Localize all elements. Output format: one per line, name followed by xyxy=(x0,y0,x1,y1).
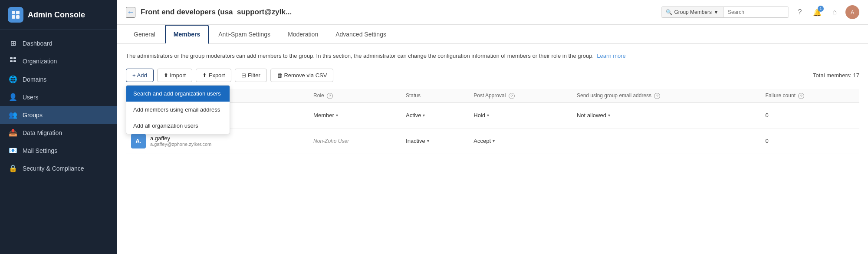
sidebar-item-users-label: Users xyxy=(23,94,39,101)
col-post-approval: Post Approval ? xyxy=(468,89,572,103)
search-dropdown-label: Group Members xyxy=(674,9,712,15)
organization-icon xyxy=(9,57,17,66)
groups-icon: 👥 xyxy=(9,111,17,119)
failure-count-cell-2: 0 xyxy=(760,128,859,154)
tab-anti-spam[interactable]: Anti-Spam Settings xyxy=(210,26,278,44)
dropdown-item-add-email[interactable]: Add members using email address xyxy=(126,102,230,118)
import-button[interactable]: ⬆ Import xyxy=(157,69,192,82)
sidebar-item-users[interactable]: 👤 Users xyxy=(0,88,117,106)
sidebar-item-dashboard[interactable]: ⊞ Dashboard xyxy=(0,34,117,52)
member-info-2: A. a.gaffey a.gaffey@zphone.zylker.com xyxy=(131,134,303,148)
failure-count-help-icon[interactable]: ? xyxy=(798,93,804,99)
post-approval-help-icon[interactable]: ? xyxy=(509,93,515,99)
member-name-2: a.gaffey xyxy=(150,135,211,142)
sidebar-item-data-migration[interactable]: 📥 Data Migration xyxy=(0,124,117,142)
member-email-2: a.gaffey@zphone.zylker.com xyxy=(150,142,211,147)
svg-rect-5 xyxy=(13,57,16,59)
failure-count-cell-1: 0 xyxy=(760,102,859,128)
export-button[interactable]: ⬆ Export xyxy=(196,69,231,82)
domains-icon: 🌐 xyxy=(9,75,17,83)
status-cell-1: Active ▾ xyxy=(401,102,468,128)
filter-button[interactable]: ⊟ Filter xyxy=(235,69,267,82)
send-email-cell-2 xyxy=(572,128,760,154)
back-button[interactable]: ← xyxy=(126,7,135,18)
header-actions: 🔍 Group Members ▼ ? 🔔 1 ⌂ A xyxy=(661,5,859,19)
role-help-icon[interactable]: ? xyxy=(327,93,333,99)
description-text: The administrators or the group moderato… xyxy=(126,52,859,61)
sidebar-item-security-compliance-label: Security & Compliance xyxy=(23,165,84,172)
toolbar: + Add ⬆ Import ⬆ Export ⊟ Filter 🗑 Remov… xyxy=(126,69,859,82)
role-dropdown-1[interactable]: Member ▾ xyxy=(313,112,338,119)
sidebar-item-mail-settings[interactable]: 📧 Mail Settings xyxy=(0,142,117,159)
search-group-members-dropdown[interactable]: 🔍 Group Members ▼ xyxy=(661,7,723,17)
security-compliance-icon: 🔒 xyxy=(9,164,17,172)
top-header: ← Front end developers (usa_support@zylk… xyxy=(117,0,868,25)
col-send-group-email: Send using group email address ? xyxy=(572,89,760,103)
status-chevron-1: ▾ xyxy=(423,113,425,118)
help-button[interactable]: ? xyxy=(793,6,806,19)
post-approval-dropdown-2[interactable]: Accept ▾ xyxy=(473,138,495,144)
page-title: Front end developers (usa_support@zylk..… xyxy=(141,8,656,16)
sidebar-header: Admin Console xyxy=(0,0,117,30)
member-details-2: a.gaffey a.gaffey@zphone.zylker.com xyxy=(150,135,211,147)
send-group-email-help-icon[interactable]: ? xyxy=(654,93,660,99)
status-dropdown-1[interactable]: Active ▾ xyxy=(406,112,425,119)
tab-moderation[interactable]: Moderation xyxy=(280,26,326,44)
chevron-down-icon: ▼ xyxy=(713,9,719,15)
post-approval-cell-2: Accept ▾ xyxy=(468,128,572,154)
svg-rect-0 xyxy=(12,11,15,14)
remove-via-csv-button[interactable]: 🗑 Remove via CSV xyxy=(270,69,334,82)
member-avatar-2: A. xyxy=(131,134,146,148)
sidebar-nav: ⊞ Dashboard Organization 🌐 Domains 👤 Use… xyxy=(0,30,117,254)
post-approval-dropdown-1[interactable]: Hold ▾ xyxy=(473,112,489,119)
status-cell-2: Inactive ▾ xyxy=(401,128,468,154)
dropdown-item-search-org[interactable]: Search and add organization users xyxy=(126,86,230,102)
total-members: Total members: 17 xyxy=(813,72,859,79)
sidebar: Admin Console ⊞ Dashboard Organization 🌐… xyxy=(0,0,117,254)
tab-general[interactable]: General xyxy=(126,26,163,44)
search-group: 🔍 Group Members ▼ xyxy=(661,7,789,18)
status-dropdown-2[interactable]: Inactive ▾ xyxy=(406,138,429,144)
notification-badge: 1 xyxy=(818,6,824,12)
sidebar-item-domains[interactable]: 🌐 Domains xyxy=(0,70,117,88)
send-email-dropdown-1[interactable]: Not allowed ▾ xyxy=(577,112,610,119)
table-header: Name Role ? Status Post Approval ? Send xyxy=(126,89,859,103)
sidebar-item-data-migration-label: Data Migration xyxy=(23,129,62,136)
status-chevron-2: ▾ xyxy=(427,139,429,143)
sidebar-item-security-compliance[interactable]: 🔒 Security & Compliance xyxy=(0,159,117,177)
post-approval-cell-1: Hold ▾ xyxy=(468,102,572,128)
search-input[interactable] xyxy=(723,7,789,17)
svg-rect-4 xyxy=(10,57,13,59)
sidebar-item-groups[interactable]: 👥 Groups xyxy=(0,106,117,124)
home-button[interactable]: ⌂ xyxy=(828,6,841,19)
sidebar-item-groups-label: Groups xyxy=(23,112,43,119)
dropdown-item-add-all-org[interactable]: Add all organization users xyxy=(126,118,230,134)
post-approval-chevron-1: ▾ xyxy=(487,113,489,118)
tab-advanced-settings[interactable]: Advanced Settings xyxy=(328,26,394,44)
sidebar-item-organization[interactable]: Organization xyxy=(0,52,117,70)
send-email-cell-1: Not allowed ▾ xyxy=(572,102,760,128)
svg-rect-1 xyxy=(16,11,20,14)
sidebar-item-mail-settings-label: Mail Settings xyxy=(23,147,57,154)
tab-members[interactable]: Members xyxy=(165,25,209,44)
sidebar-title: Admin Console xyxy=(28,10,85,20)
role-cell-2: Non-Zoho User xyxy=(308,128,401,154)
svg-rect-6 xyxy=(10,60,13,62)
sidebar-item-dashboard-label: Dashboard xyxy=(23,40,53,47)
tabs-bar: General Members Anti-Spam Settings Moder… xyxy=(117,25,868,44)
sidebar-logo-icon xyxy=(8,7,23,23)
table-row: A. a.gaffey a.gaffey@zphone.zylker.com N… xyxy=(126,128,859,154)
data-migration-icon: 📥 xyxy=(9,129,17,137)
non-zoho-label: Non-Zoho User xyxy=(313,138,349,144)
mail-settings-icon: 📧 xyxy=(9,146,17,155)
add-button[interactable]: + Add xyxy=(126,69,154,82)
add-dropdown-menu: Search and add organization users Add me… xyxy=(126,85,230,134)
post-approval-chevron-2: ▾ xyxy=(493,139,495,143)
table-row: Member ▾ Active ▾ Hold ▾ xyxy=(126,102,859,128)
table-body: Member ▾ Active ▾ Hold ▾ xyxy=(126,102,859,154)
avatar[interactable]: A xyxy=(845,5,859,19)
learn-more-link[interactable]: Learn more xyxy=(597,53,625,59)
send-email-chevron-1: ▾ xyxy=(608,113,610,118)
notifications-button[interactable]: 🔔 1 xyxy=(811,6,824,19)
role-cell-1: Member ▾ xyxy=(308,102,401,128)
